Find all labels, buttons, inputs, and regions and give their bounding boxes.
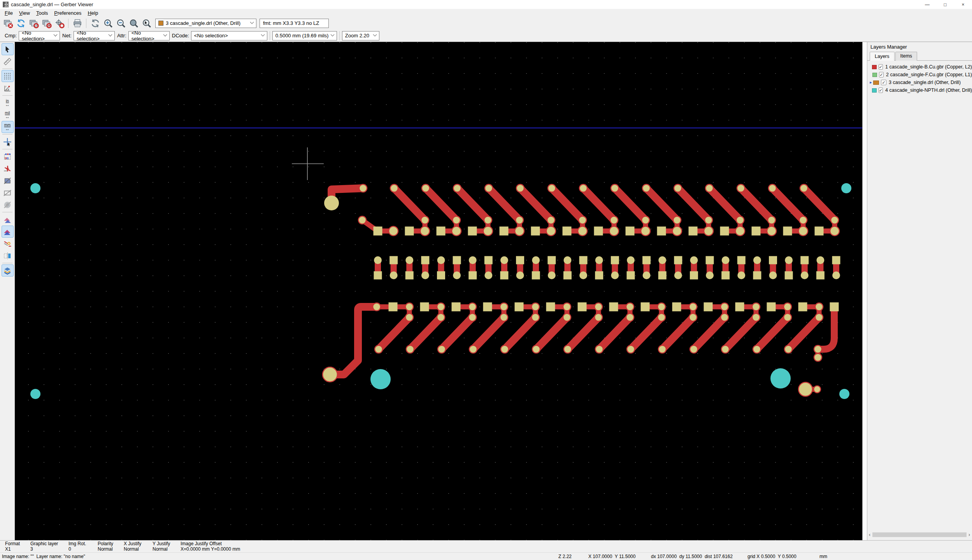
- layer-row[interactable]: ✓ 2 cascade_single-F.Cu.gbr (Copper, L1): [867, 71, 972, 79]
- layers-panel-tabs: Layers Items: [867, 51, 972, 61]
- layers-manager-panel: Layers Manager Layers Items ✓ 1 cascade_…: [867, 42, 972, 540]
- measure-tool-button[interactable]: [2, 55, 14, 67]
- polygons-outline-button[interactable]: [2, 187, 14, 199]
- select-tool-icon: [3, 45, 12, 54]
- menu-preferences[interactable]: Preferences: [51, 9, 84, 17]
- show-dcodes-button[interactable]: 0: [2, 199, 14, 211]
- status-value: X=0.0000 mm Y=0.0000 mm: [181, 546, 240, 552]
- units-inches-button[interactable]: in ↔: [2, 97, 14, 109]
- menu-view[interactable]: View: [16, 9, 33, 17]
- layer-color-swatch: [872, 65, 877, 69]
- select-tool-button[interactable]: [2, 43, 14, 55]
- sketch-polygons-icon: [3, 177, 12, 185]
- high-contrast-mode-button[interactable]: [2, 238, 14, 250]
- canvas-vertical-scrollbar[interactable]: [862, 42, 867, 540]
- status-value: X1: [5, 546, 30, 552]
- left-toolbar-separator: [2, 95, 12, 96]
- maximize-button[interactable]: □: [936, 0, 954, 9]
- net-value: <No selection>: [77, 30, 109, 42]
- menu-file[interactable]: File: [2, 9, 16, 17]
- status-field: Img Rot. 0: [68, 541, 98, 552]
- attr-select[interactable]: <No selection>: [128, 31, 170, 40]
- status-field: Image Justify Offset X=0.0000 mm Y=0.000…: [181, 541, 240, 552]
- filter-toolbar: Cmp: <No selection> Net: <No selection> …: [0, 30, 972, 42]
- reload-all-layers-icon: [16, 18, 26, 28]
- pcb-canvas[interactable]: [15, 42, 867, 540]
- layer-visibility-checkbox[interactable]: ✓: [879, 72, 884, 77]
- open-gerber-file-button[interactable]: [28, 18, 39, 29]
- status-label: Img Rot.: [68, 541, 98, 546]
- layers-manager-toggle-button[interactable]: [2, 264, 14, 276]
- xor-mode-button[interactable]: [2, 226, 14, 238]
- menu-tools[interactable]: Tools: [33, 9, 51, 17]
- double-arrow-icon: ↔: [5, 115, 10, 119]
- diff-mode-icon: [3, 215, 12, 224]
- status-label: Y Justify: [153, 541, 181, 546]
- grid-size-select[interactable]: 0.5000 mm (19.69 mils): [272, 31, 337, 40]
- flip-view-button[interactable]: [2, 250, 14, 262]
- zoom-selection-button[interactable]: [141, 18, 152, 29]
- cmp-select[interactable]: <No selection>: [19, 31, 60, 40]
- minimize-button[interactable]: —: [918, 0, 936, 9]
- app-icon: [3, 2, 9, 7]
- menu-help[interactable]: Help: [84, 9, 101, 17]
- chevron-down-icon: [373, 33, 377, 37]
- scroll-right-icon[interactable]: ›: [967, 532, 972, 537]
- tab-layers[interactable]: Layers: [870, 52, 895, 61]
- active-layer-select[interactable]: 3 cascade_single.drl (Other, Drill): [155, 19, 256, 28]
- grid-toggle-button[interactable]: [2, 70, 14, 82]
- layer-label: 2 cascade_single-F.Cu.gbr (Copper, L1): [886, 72, 972, 77]
- sketch-flashed-items-button[interactable]: [2, 150, 14, 163]
- svg-text:r: r: [5, 85, 7, 88]
- zoom-out-button[interactable]: [115, 18, 126, 29]
- zoom-in-button[interactable]: [102, 18, 114, 29]
- chevron-down-icon: [250, 20, 254, 24]
- refresh-view-button[interactable]: [89, 18, 101, 29]
- tab-items[interactable]: Items: [895, 52, 918, 61]
- main-area: rθ in ↔ mil ↔ mm ↔: [0, 42, 972, 540]
- clear-all-layers-button[interactable]: [2, 18, 14, 29]
- close-button[interactable]: ×: [954, 0, 972, 9]
- reload-all-layers-button[interactable]: [15, 18, 26, 29]
- scroll-left-icon[interactable]: ‹: [867, 532, 872, 537]
- status-label: Graphic layer: [30, 541, 68, 546]
- layer-row[interactable]: ✓ 1 cascade_single-B.Cu.gbr (Copper, L2): [867, 63, 972, 71]
- menu-bar: File View Tools Preferences Help: [0, 9, 972, 17]
- print-button[interactable]: [72, 18, 83, 29]
- open-drill-file-button[interactable]: [41, 18, 52, 29]
- grid-icon: [3, 72, 12, 80]
- sketch-polygons-button[interactable]: [2, 175, 14, 187]
- polar-coords-toggle-button[interactable]: rθ: [2, 82, 14, 94]
- toolbar-separator: [68, 19, 68, 28]
- sketch-lines-button[interactable]: [2, 163, 14, 175]
- window-controls: — □ ×: [918, 0, 972, 9]
- zoom-level-select[interactable]: Zoom 2.20: [342, 31, 379, 40]
- net-select[interactable]: <No selection>: [74, 31, 115, 40]
- layers-panel-horizontal-scrollbar[interactable]: ‹ ›: [867, 532, 972, 537]
- active-layer-value: 3 cascade_single.drl (Other, Drill): [166, 20, 240, 26]
- layer-row[interactable]: ✓ 4 cascade_single-NPTH.drl (Other, Dril…: [867, 86, 972, 94]
- polar-coords-icon: rθ: [3, 84, 12, 93]
- layer-color-swatch: [872, 88, 877, 93]
- svg-text:θ: θ: [8, 88, 9, 91]
- left-toolbar-separator: [2, 134, 12, 135]
- scrollbar-thumb[interactable]: [872, 532, 967, 537]
- toolbar-separator: [270, 31, 270, 40]
- units-mils-button[interactable]: mil ↔: [2, 109, 14, 121]
- zoom-selection-icon: [142, 18, 152, 28]
- layer-visibility-checkbox[interactable]: ✓: [879, 64, 883, 70]
- layer-visibility-checkbox[interactable]: ✓: [879, 88, 883, 93]
- layer-row-current[interactable]: ► ✓ 3 cascade_single.drl (Other, Drill): [867, 79, 972, 86]
- full-crosshair-toggle-button[interactable]: [2, 136, 14, 148]
- format-info-box[interactable]: fmt: mm X3.3 Y3.3 no LZ: [260, 19, 329, 28]
- status-value: Normal: [153, 546, 181, 552]
- chevron-down-icon: [261, 33, 265, 37]
- diff-mode-button[interactable]: [2, 214, 14, 226]
- units-mm-button[interactable]: mm ↔: [2, 121, 14, 133]
- layer-visibility-checkbox[interactable]: ✓: [881, 80, 886, 85]
- units-indicator: mm: [819, 554, 827, 559]
- zoom-fit-button[interactable]: [128, 18, 139, 29]
- open-autodetected-file-button[interactable]: [54, 18, 65, 29]
- left-toolbar-separator: [2, 263, 12, 263]
- dcode-select[interactable]: <No selection>: [191, 31, 267, 40]
